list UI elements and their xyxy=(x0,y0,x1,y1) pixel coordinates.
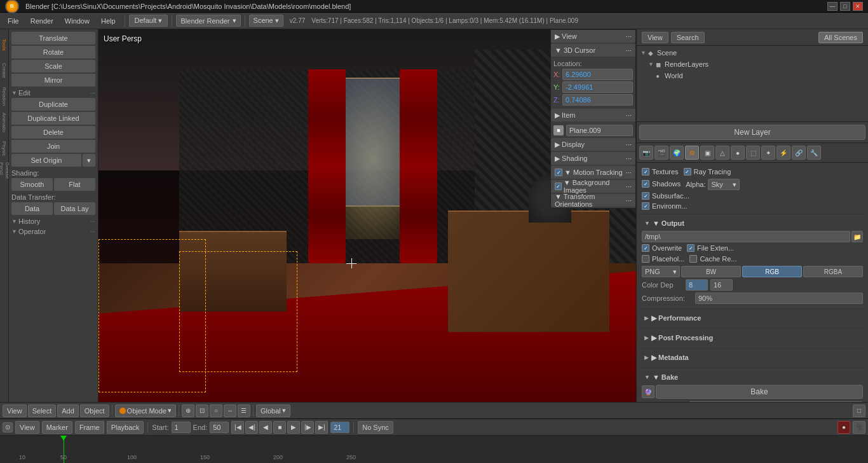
prop-icon-scene[interactable]: 🎬 xyxy=(654,146,668,160)
transform-orientations-header[interactable]: ▼ Transform Orientations ··· xyxy=(551,194,635,207)
prop-icon-modifiers[interactable]: 🔧 xyxy=(807,146,821,160)
view-btn[interactable]: View xyxy=(642,32,668,43)
record-btn[interactable]: ● xyxy=(837,421,850,434)
timeline-playback-btn[interactable]: Playback xyxy=(107,421,144,434)
folder-browse-btn[interactable]: 📁 xyxy=(851,231,863,242)
translate-btn[interactable]: Translate xyxy=(11,32,95,45)
render-anim-btn[interactable]: 🎥 xyxy=(853,421,865,434)
item-name-input[interactable]: Plane.009 xyxy=(566,125,633,136)
motion-tracking-header[interactable]: ▼ Motion Tracking ··· xyxy=(551,166,635,179)
tree-item-scene[interactable]: ▼ ◆ Scene xyxy=(638,47,867,59)
timeline-view-btn[interactable]: View xyxy=(15,421,39,434)
subsurface-checkbox[interactable] xyxy=(642,192,649,200)
view-section-header[interactable]: ▶ View ··· xyxy=(551,30,635,43)
global-selector[interactable]: Global ▾ xyxy=(256,404,290,417)
tree-item-world[interactable]: ● World xyxy=(638,70,867,81)
overwrite-checkbox[interactable] xyxy=(642,244,649,252)
engine-selector[interactable]: Blender Render ▾ xyxy=(176,15,240,27)
background-images-cb[interactable] xyxy=(555,183,562,190)
maximize-btn[interactable]: □ xyxy=(840,2,850,11)
metadata-header[interactable]: ▶ ▶ Metadata xyxy=(642,351,863,364)
scale-btn[interactable]: Scale xyxy=(11,60,95,73)
set-origin-btn[interactable]: Set Origin xyxy=(11,154,81,167)
timeline-marker-btn[interactable]: Marker xyxy=(42,421,72,434)
join-btn[interactable]: Join xyxy=(11,140,95,153)
operator-label[interactable]: ▼ Operator ··· xyxy=(11,228,95,235)
prop-icon-world[interactable]: 🌍 xyxy=(670,146,684,160)
add-menu-btn[interactable]: Add xyxy=(57,404,79,417)
shading-section-header[interactable]: ▶ Shading ··· xyxy=(551,152,635,165)
display-section-header[interactable]: ▶ Display ··· xyxy=(551,138,635,151)
manipulator-btn[interactable]: ↔ xyxy=(224,404,236,417)
layer-btn[interactable]: ☰ xyxy=(238,404,250,417)
prop-icon-mesh[interactable]: △ xyxy=(715,146,729,160)
y-input[interactable]: -2.49961 xyxy=(562,81,633,93)
menu-render[interactable]: Render xyxy=(25,16,58,26)
tab-animation[interactable]: Animatio xyxy=(1,110,8,135)
search-btn[interactable]: Search xyxy=(671,32,705,43)
current-frame-input[interactable]: 21 xyxy=(330,422,349,433)
file-ext-checkbox[interactable] xyxy=(687,244,695,252)
output-header[interactable]: ▼ ▼ Output xyxy=(642,217,863,230)
prop-icon-physics[interactable]: ⚡ xyxy=(776,146,790,160)
mirror-btn[interactable]: Mirror xyxy=(11,74,95,86)
bake-btn[interactable]: Bake xyxy=(656,385,863,399)
smooth-btn[interactable]: Smooth xyxy=(11,178,53,191)
sync-selector[interactable]: No Sync xyxy=(358,421,393,434)
close-btn[interactable]: ✕ xyxy=(853,2,863,11)
z-input[interactable]: 0.74086 xyxy=(562,94,633,106)
proportional-btn[interactable]: ○ xyxy=(210,404,222,417)
duplicate-btn[interactable]: Duplicate xyxy=(11,98,95,111)
pivot-btn[interactable]: ⊕ xyxy=(182,404,194,417)
menu-window[interactable]: Window xyxy=(60,16,95,26)
jump-start-btn[interactable]: |◀ xyxy=(231,421,244,434)
prop-icon-particles[interactable]: ✦ xyxy=(761,146,775,160)
data-btn[interactable]: Data xyxy=(11,202,53,215)
duplicate-linked-btn[interactable]: Duplicate Linked xyxy=(11,112,95,125)
rgb-btn[interactable]: RGB xyxy=(742,266,802,277)
shadows-checkbox[interactable] xyxy=(642,180,649,188)
data-lay-btn[interactable]: Data Lay xyxy=(54,202,95,215)
cache-checkbox[interactable] xyxy=(689,255,697,263)
tab-grease-pencil[interactable]: Grease Penci xyxy=(1,162,8,188)
play-reverse-btn[interactable]: ◀ xyxy=(259,421,272,434)
set-origin-arrow[interactable]: ▾ xyxy=(83,154,95,167)
delete-btn[interactable]: Delete xyxy=(11,126,95,139)
item-section-header[interactable]: ▶ Item ··· xyxy=(551,109,635,121)
next-keyframe-btn[interactable]: |▶ xyxy=(301,421,314,434)
tab-create[interactable]: Create xyxy=(1,58,8,83)
color-depth-16[interactable]: 16 xyxy=(710,279,733,291)
prev-keyframe-btn[interactable]: ◀| xyxy=(245,421,258,434)
minimize-btn[interactable]: — xyxy=(827,2,837,11)
all-scenes-btn[interactable]: All Scenes xyxy=(818,32,863,43)
rotate-btn[interactable]: Rotate xyxy=(11,46,95,59)
timeline-frame-btn[interactable]: Frame xyxy=(75,421,104,434)
timeline-corner-btn[interactable]: ⊙ xyxy=(3,422,13,432)
jump-end-btn[interactable]: ▶| xyxy=(315,421,328,434)
prop-icon-texture[interactable]: ⬚ xyxy=(746,146,760,160)
post-processing-header[interactable]: ▶ ▶ Post Processing xyxy=(642,331,863,344)
bake-header[interactable]: ▼ ▼ Bake xyxy=(642,371,863,384)
view-menu-btn[interactable]: View xyxy=(3,404,27,417)
prop-icon-constraints[interactable]: 🔗 xyxy=(792,146,806,160)
performance-header[interactable]: ▶ ▶ Performance xyxy=(642,312,863,324)
bw-btn[interactable]: BW xyxy=(681,266,741,277)
layout-selector[interactable]: Default ▾ xyxy=(129,15,168,27)
cursor-section-header[interactable]: ▼ 3D Cursor ··· xyxy=(551,44,635,57)
play-btn[interactable]: ▶ xyxy=(287,421,300,434)
select-menu-btn[interactable]: Select xyxy=(28,404,57,417)
prop-icon-material[interactable]: ● xyxy=(731,146,745,160)
environment-checkbox[interactable] xyxy=(642,202,649,210)
prop-icon-camera[interactable]: 📷 xyxy=(639,146,653,160)
tab-relation[interactable]: Relation xyxy=(1,84,8,109)
mode-selector[interactable]: Object Mode ▾ xyxy=(115,404,176,417)
titlebar-controls[interactable]: — □ ✕ xyxy=(827,2,863,11)
stop-btn[interactable]: ■ xyxy=(273,421,286,434)
start-input[interactable]: 1 xyxy=(172,422,191,433)
compression-value[interactable]: 90% xyxy=(695,293,863,304)
object-menu-btn[interactable]: Object xyxy=(80,404,109,417)
tree-item-renderlayers[interactable]: ▼ ◼ RenderLayers xyxy=(638,59,867,70)
format-dropdown[interactable]: PNG ▾ xyxy=(642,266,680,277)
prop-icon-render[interactable]: ⚙ xyxy=(685,146,699,160)
textures-checkbox[interactable] xyxy=(642,168,649,176)
